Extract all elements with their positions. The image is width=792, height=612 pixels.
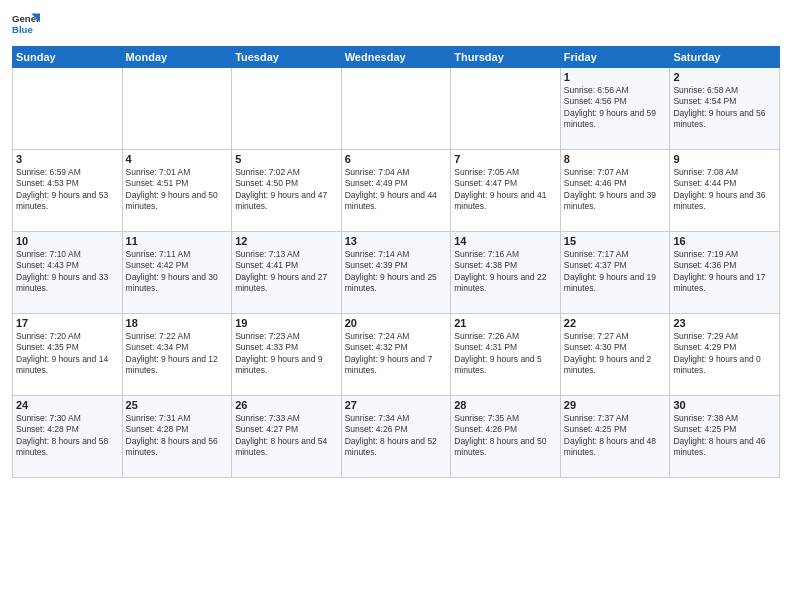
calendar-cell: 13Sunrise: 7:14 AMSunset: 4:39 PMDayligh…	[341, 232, 451, 314]
weekday-header: Thursday	[451, 47, 561, 68]
day-number: 26	[235, 399, 338, 411]
calendar-cell	[122, 68, 232, 150]
header: General Blue	[12, 10, 780, 38]
calendar-cell: 28Sunrise: 7:35 AMSunset: 4:26 PMDayligh…	[451, 396, 561, 478]
day-number: 16	[673, 235, 776, 247]
calendar-cell: 9Sunrise: 7:08 AMSunset: 4:44 PMDaylight…	[670, 150, 780, 232]
calendar-body: 1Sunrise: 6:56 AMSunset: 4:56 PMDaylight…	[13, 68, 780, 478]
day-number: 17	[16, 317, 119, 329]
calendar-cell: 15Sunrise: 7:17 AMSunset: 4:37 PMDayligh…	[560, 232, 670, 314]
day-number: 21	[454, 317, 557, 329]
calendar-cell: 30Sunrise: 7:38 AMSunset: 4:25 PMDayligh…	[670, 396, 780, 478]
day-info: Sunrise: 7:17 AMSunset: 4:37 PMDaylight:…	[564, 249, 667, 295]
calendar-cell: 26Sunrise: 7:33 AMSunset: 4:27 PMDayligh…	[232, 396, 342, 478]
day-info: Sunrise: 7:05 AMSunset: 4:47 PMDaylight:…	[454, 167, 557, 213]
calendar-cell: 2Sunrise: 6:58 AMSunset: 4:54 PMDaylight…	[670, 68, 780, 150]
calendar-cell: 29Sunrise: 7:37 AMSunset: 4:25 PMDayligh…	[560, 396, 670, 478]
weekday-header: Friday	[560, 47, 670, 68]
day-number: 5	[235, 153, 338, 165]
day-number: 1	[564, 71, 667, 83]
calendar-week-row: 17Sunrise: 7:20 AMSunset: 4:35 PMDayligh…	[13, 314, 780, 396]
calendar-cell: 16Sunrise: 7:19 AMSunset: 4:36 PMDayligh…	[670, 232, 780, 314]
calendar-week-row: 24Sunrise: 7:30 AMSunset: 4:28 PMDayligh…	[13, 396, 780, 478]
calendar-cell: 4Sunrise: 7:01 AMSunset: 4:51 PMDaylight…	[122, 150, 232, 232]
calendar-header-row: SundayMondayTuesdayWednesdayThursdayFrid…	[13, 47, 780, 68]
calendar-cell: 12Sunrise: 7:13 AMSunset: 4:41 PMDayligh…	[232, 232, 342, 314]
day-number: 14	[454, 235, 557, 247]
day-info: Sunrise: 7:22 AMSunset: 4:34 PMDaylight:…	[126, 331, 229, 377]
calendar-cell: 25Sunrise: 7:31 AMSunset: 4:28 PMDayligh…	[122, 396, 232, 478]
calendar-cell: 20Sunrise: 7:24 AMSunset: 4:32 PMDayligh…	[341, 314, 451, 396]
day-number: 22	[564, 317, 667, 329]
day-info: Sunrise: 7:31 AMSunset: 4:28 PMDaylight:…	[126, 413, 229, 459]
day-number: 18	[126, 317, 229, 329]
calendar-cell: 5Sunrise: 7:02 AMSunset: 4:50 PMDaylight…	[232, 150, 342, 232]
calendar-cell: 17Sunrise: 7:20 AMSunset: 4:35 PMDayligh…	[13, 314, 123, 396]
calendar-cell: 6Sunrise: 7:04 AMSunset: 4:49 PMDaylight…	[341, 150, 451, 232]
day-info: Sunrise: 7:33 AMSunset: 4:27 PMDaylight:…	[235, 413, 338, 459]
day-info: Sunrise: 7:08 AMSunset: 4:44 PMDaylight:…	[673, 167, 776, 213]
day-number: 25	[126, 399, 229, 411]
day-number: 4	[126, 153, 229, 165]
weekday-header: Monday	[122, 47, 232, 68]
calendar-cell: 1Sunrise: 6:56 AMSunset: 4:56 PMDaylight…	[560, 68, 670, 150]
day-info: Sunrise: 7:19 AMSunset: 4:36 PMDaylight:…	[673, 249, 776, 295]
logo-icon: General Blue	[12, 10, 40, 38]
day-number: 23	[673, 317, 776, 329]
svg-text:Blue: Blue	[12, 24, 33, 35]
calendar-cell	[232, 68, 342, 150]
day-info: Sunrise: 7:26 AMSunset: 4:31 PMDaylight:…	[454, 331, 557, 377]
calendar-cell: 24Sunrise: 7:30 AMSunset: 4:28 PMDayligh…	[13, 396, 123, 478]
day-number: 9	[673, 153, 776, 165]
page-container: General Blue SundayMondayTuesdayWednesda…	[0, 0, 792, 612]
day-number: 2	[673, 71, 776, 83]
day-number: 29	[564, 399, 667, 411]
day-info: Sunrise: 7:11 AMSunset: 4:42 PMDaylight:…	[126, 249, 229, 295]
day-info: Sunrise: 7:34 AMSunset: 4:26 PMDaylight:…	[345, 413, 448, 459]
calendar-cell: 11Sunrise: 7:11 AMSunset: 4:42 PMDayligh…	[122, 232, 232, 314]
day-number: 8	[564, 153, 667, 165]
calendar-week-row: 10Sunrise: 7:10 AMSunset: 4:43 PMDayligh…	[13, 232, 780, 314]
weekday-header: Sunday	[13, 47, 123, 68]
calendar-table: SundayMondayTuesdayWednesdayThursdayFrid…	[12, 46, 780, 478]
day-info: Sunrise: 6:56 AMSunset: 4:56 PMDaylight:…	[564, 85, 667, 131]
day-info: Sunrise: 7:07 AMSunset: 4:46 PMDaylight:…	[564, 167, 667, 213]
day-number: 30	[673, 399, 776, 411]
day-info: Sunrise: 7:30 AMSunset: 4:28 PMDaylight:…	[16, 413, 119, 459]
day-info: Sunrise: 7:13 AMSunset: 4:41 PMDaylight:…	[235, 249, 338, 295]
day-number: 15	[564, 235, 667, 247]
day-number: 3	[16, 153, 119, 165]
calendar-cell: 22Sunrise: 7:27 AMSunset: 4:30 PMDayligh…	[560, 314, 670, 396]
day-info: Sunrise: 7:24 AMSunset: 4:32 PMDaylight:…	[345, 331, 448, 377]
calendar-cell: 3Sunrise: 6:59 AMSunset: 4:53 PMDaylight…	[13, 150, 123, 232]
day-number: 27	[345, 399, 448, 411]
calendar-cell	[341, 68, 451, 150]
day-info: Sunrise: 7:29 AMSunset: 4:29 PMDaylight:…	[673, 331, 776, 377]
calendar-cell: 23Sunrise: 7:29 AMSunset: 4:29 PMDayligh…	[670, 314, 780, 396]
day-info: Sunrise: 7:23 AMSunset: 4:33 PMDaylight:…	[235, 331, 338, 377]
day-info: Sunrise: 6:58 AMSunset: 4:54 PMDaylight:…	[673, 85, 776, 131]
weekday-header: Tuesday	[232, 47, 342, 68]
calendar-week-row: 1Sunrise: 6:56 AMSunset: 4:56 PMDaylight…	[13, 68, 780, 150]
day-info: Sunrise: 7:20 AMSunset: 4:35 PMDaylight:…	[16, 331, 119, 377]
calendar-cell: 19Sunrise: 7:23 AMSunset: 4:33 PMDayligh…	[232, 314, 342, 396]
day-info: Sunrise: 7:01 AMSunset: 4:51 PMDaylight:…	[126, 167, 229, 213]
logo: General Blue	[12, 10, 40, 38]
day-number: 13	[345, 235, 448, 247]
day-info: Sunrise: 7:14 AMSunset: 4:39 PMDaylight:…	[345, 249, 448, 295]
calendar-cell: 8Sunrise: 7:07 AMSunset: 4:46 PMDaylight…	[560, 150, 670, 232]
day-info: Sunrise: 7:02 AMSunset: 4:50 PMDaylight:…	[235, 167, 338, 213]
day-info: Sunrise: 7:04 AMSunset: 4:49 PMDaylight:…	[345, 167, 448, 213]
day-info: Sunrise: 7:38 AMSunset: 4:25 PMDaylight:…	[673, 413, 776, 459]
calendar-cell	[451, 68, 561, 150]
day-number: 19	[235, 317, 338, 329]
day-info: Sunrise: 6:59 AMSunset: 4:53 PMDaylight:…	[16, 167, 119, 213]
day-number: 6	[345, 153, 448, 165]
day-info: Sunrise: 7:10 AMSunset: 4:43 PMDaylight:…	[16, 249, 119, 295]
weekday-header: Wednesday	[341, 47, 451, 68]
day-number: 20	[345, 317, 448, 329]
day-number: 24	[16, 399, 119, 411]
day-info: Sunrise: 7:37 AMSunset: 4:25 PMDaylight:…	[564, 413, 667, 459]
day-number: 10	[16, 235, 119, 247]
calendar-cell: 27Sunrise: 7:34 AMSunset: 4:26 PMDayligh…	[341, 396, 451, 478]
